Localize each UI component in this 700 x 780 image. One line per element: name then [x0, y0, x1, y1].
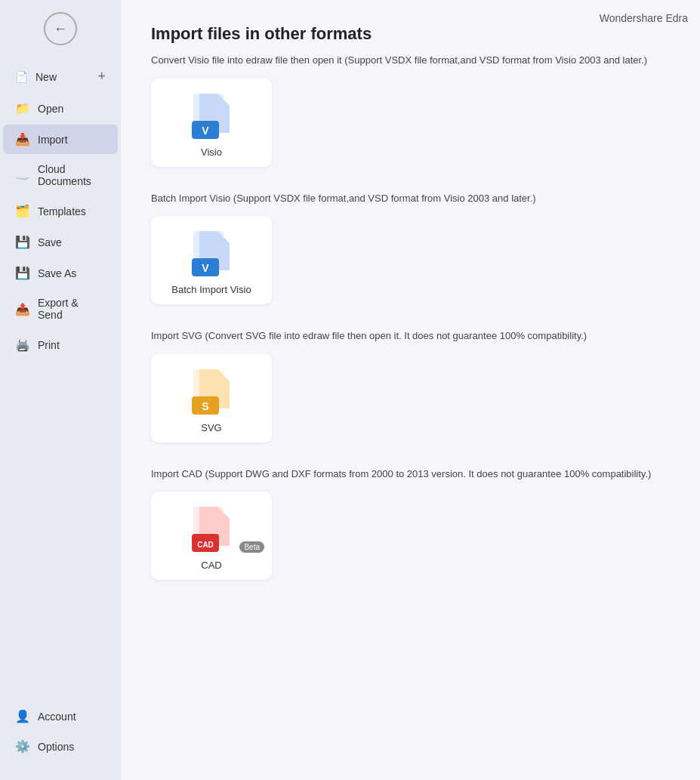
sidebar-item-import-label: Import	[38, 134, 68, 146]
svg-text:CAD: CAD	[197, 541, 214, 549]
svg-description: Import SVG (Convert SVG file into edraw …	[151, 328, 670, 344]
visio-card[interactable]: V Visio	[151, 79, 272, 167]
visio-card-label: Visio	[201, 146, 222, 158]
sidebar-item-import[interactable]: 📥 Import	[3, 125, 118, 154]
sidebar-item-save-label: Save	[38, 236, 62, 248]
section-svg: Import SVG (Convert SVG file into edraw …	[151, 328, 670, 442]
open-icon: 📁	[15, 101, 30, 116]
batch-visio-card[interactable]: V Batch Import Visio	[151, 216, 272, 304]
sidebar-item-export-label: Export & Send	[38, 297, 106, 321]
sidebar-item-print[interactable]: 🖨️ Print	[3, 330, 118, 359]
svg-text:V: V	[202, 125, 209, 137]
cad-description: Import CAD (Support DWG and DXF formats …	[151, 467, 670, 482]
batch-visio-card-label: Batch Import Visio	[171, 284, 251, 295]
print-icon: 🖨️	[15, 338, 30, 352]
sidebar-item-options[interactable]: ⚙️ Options	[3, 732, 118, 761]
svg-text:V: V	[202, 262, 209, 274]
nav-items: 📄 New + 📁 Open 📥 Import ☁️ Cloud Documen…	[0, 60, 121, 701]
svg-card[interactable]: S SVG	[151, 354, 272, 442]
batch-visio-description: Batch Import Visio (Support VSDX file fo…	[151, 191, 670, 206]
sidebar-item-account-label: Account	[38, 711, 76, 723]
sidebar-item-options-label: Options	[38, 741, 74, 753]
save-icon: 💾	[15, 235, 30, 249]
account-icon: 👤	[15, 709, 30, 723]
export-icon: 📤	[15, 302, 30, 316]
cad-card[interactable]: CAD Beta CAD	[151, 492, 272, 580]
sidebar-item-cloud[interactable]: ☁️ Cloud Documents	[3, 156, 118, 195]
sidebar-item-templates[interactable]: 🗂️ Templates	[3, 196, 118, 226]
section-cad: Import CAD (Support DWG and DXF formats …	[151, 467, 670, 581]
batch-visio-file-icon: V	[192, 231, 231, 276]
back-button[interactable]: ←	[44, 12, 77, 45]
sidebar-item-cloud-label: Cloud Documents	[38, 163, 106, 187]
visio-file-icon: V	[192, 94, 231, 139]
visio-description: Convert Visio file into edraw file then …	[151, 53, 670, 68]
sidebar-item-export[interactable]: 📤 Export & Send	[3, 289, 118, 328]
section-visio: Convert Visio file into edraw file then …	[151, 53, 670, 167]
sidebar-item-account[interactable]: 👤 Account	[3, 701, 118, 731]
sidebar-item-save[interactable]: 💾 Save	[3, 227, 118, 257]
svg-file-icon: S	[192, 369, 231, 415]
sidebar-item-print-label: Print	[38, 339, 60, 351]
sidebar-item-new[interactable]: 📄 New +	[3, 61, 118, 92]
sidebar-item-open-label: Open	[38, 103, 63, 115]
section-batch-visio: Batch Import Visio (Support VSDX file fo…	[151, 191, 670, 305]
plus-icon: +	[97, 69, 106, 85]
cloud-icon: ☁️	[15, 168, 30, 183]
beta-badge: Beta	[239, 541, 264, 553]
templates-icon: 🗂️	[15, 204, 30, 218]
new-icon: 📄	[15, 71, 28, 83]
page-title: Import files in other formats	[151, 24, 670, 44]
app-title: Wondershare Edra	[600, 12, 688, 24]
main-content: Wondershare Edra Import files in other f…	[121, 0, 700, 780]
sidebar-item-saveas[interactable]: 💾 Save As	[3, 258, 118, 288]
sidebar-item-templates-label: Templates	[38, 205, 86, 217]
saveas-icon: 💾	[15, 266, 30, 280]
cad-file-icon: CAD	[192, 507, 231, 552]
nav-bottom: 👤 Account ⚙️ Options	[0, 701, 121, 768]
sidebar: ← 📄 New + 📁 Open 📥 Import ☁️ Cloud Docum…	[0, 0, 121, 780]
cad-card-label: CAD	[201, 560, 221, 571]
sidebar-item-open[interactable]: 📁 Open	[3, 94, 118, 123]
sidebar-item-new-label: New	[35, 71, 57, 83]
sidebar-item-saveas-label: Save As	[38, 267, 76, 279]
options-icon: ⚙️	[15, 739, 30, 754]
svg-text:S: S	[202, 400, 208, 412]
svg-card-label: SVG	[201, 422, 221, 433]
import-icon: 📥	[15, 132, 30, 146]
